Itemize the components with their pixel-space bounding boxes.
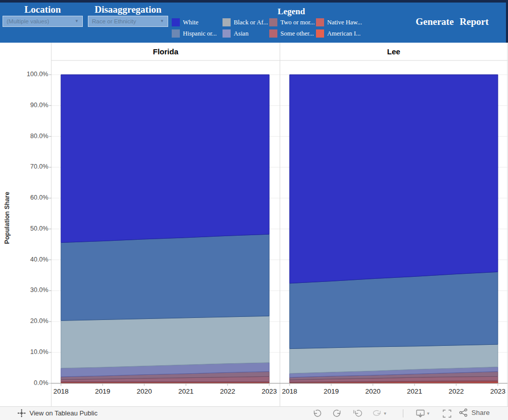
legend-item-american-i[interactable]: American I... (316, 28, 372, 39)
dashboard-page: Location (Multiple values) ▼ Disaaggrega… (0, 0, 508, 420)
share-label: Share (471, 409, 490, 416)
x-tick-label: 2019 (88, 387, 117, 395)
y-tick-label: 50.0% (15, 225, 48, 232)
legend-label: Some other... (280, 30, 314, 38)
legend-swatch-native-haw (316, 18, 324, 26)
legend-swatch-black-or-af (223, 18, 231, 26)
share-button[interactable]: Share (459, 408, 490, 417)
area-lee-hispanic-or[interactable] (290, 272, 498, 348)
disaggregation-dropdown-value: Race or Ethnicity (92, 18, 136, 24)
y-tick-label: 90.0% (15, 102, 48, 109)
x-tick-label: 2023 (484, 387, 508, 395)
toolbar-divider (403, 409, 403, 417)
legend-label: Black or Af... (234, 19, 268, 26)
y-tick-label: 10.0% (15, 348, 48, 356)
legend-item-black-or-af[interactable]: Black or Af... (223, 17, 269, 28)
undo-icon (312, 409, 322, 417)
chevron-down-icon: ▼ (75, 19, 79, 23)
window-top-edge (0, 0, 508, 3)
reset-icon (353, 409, 363, 417)
location-filter-title: Location (3, 4, 83, 15)
legend-swatch-hispanic-or (172, 29, 180, 38)
footer-toolbar: View on Tableau Public (0, 406, 508, 420)
stacked-area-charts (0, 43, 508, 406)
area-florida-hispanic-or[interactable] (61, 234, 269, 320)
legend-swatch-white (172, 18, 180, 26)
refresh-icon (372, 409, 383, 417)
x-tick-label: 2021 (400, 387, 429, 395)
reset-button[interactable] (352, 408, 364, 418)
disaggregation-dropdown[interactable]: Race or Ethnicity ▼ (88, 16, 168, 27)
display-mode-caret-icon: ▼ (426, 411, 430, 416)
legend-swatch-some-other (269, 29, 277, 38)
redo-button[interactable] (331, 408, 343, 418)
y-tick-label: 40.0% (15, 256, 48, 263)
legend-swatch-asian (223, 29, 231, 38)
legend-swatch-two-or-mor (269, 18, 277, 26)
x-tick-label: 2020 (359, 387, 387, 395)
redo-icon (332, 409, 342, 417)
legend-swatch-american-i (316, 29, 324, 38)
refresh-button[interactable]: ▼ (372, 408, 387, 418)
legend: WhiteBlack or Af...Two or mor...Native H… (172, 17, 372, 39)
x-tick-label: 2022 (213, 387, 242, 395)
view-on-tableau-public-link[interactable]: View on Tableau Public (17, 409, 98, 417)
x-tick-label: 2019 (317, 387, 345, 395)
fullscreen-button[interactable] (441, 408, 453, 418)
area-florida-white[interactable] (61, 75, 269, 243)
x-tick-label: 2018 (275, 387, 304, 395)
view-on-tableau-public-label: View on Tableau Public (29, 409, 98, 417)
legend-label: White (183, 19, 199, 26)
undo-button[interactable] (311, 408, 323, 418)
panel-title-lee: Lee (280, 47, 507, 56)
x-tick-label: 2021 (172, 387, 200, 395)
legend-item-hispanic-or[interactable]: Hispanic or... (172, 28, 223, 39)
chevron-down-icon: ▼ (160, 19, 164, 23)
y-tick-label: 60.0% (15, 194, 48, 201)
share-icon (459, 408, 468, 417)
area-lee-white[interactable] (290, 75, 498, 283)
disaggregation-filter-title: Disaaggregation (88, 4, 168, 15)
location-dropdown[interactable]: (Multiple values) ▼ (3, 16, 83, 27)
tableau-logo-icon (17, 409, 26, 417)
y-tick-label: 80.0% (15, 133, 48, 140)
fullscreen-icon (442, 409, 452, 418)
y-tick-label: 20.0% (15, 317, 48, 325)
monitor-download-icon (415, 409, 426, 418)
area-florida-black-or-af[interactable] (61, 316, 269, 368)
y-tick-label: 70.0% (15, 163, 48, 170)
legend-label: Hispanic or... (183, 30, 217, 38)
legend-item-native-haw[interactable]: Native Haw... (316, 17, 372, 28)
chart-region: Florida Lee Population Share 0.0%10.0%20… (0, 43, 508, 406)
legend-label: Native Haw... (327, 19, 362, 26)
display-mode-button[interactable]: ▼ (414, 408, 432, 418)
x-tick-label: 2020 (130, 387, 158, 395)
legend-item-some-other[interactable]: Some other... (269, 28, 316, 39)
legend-label: Asian (234, 30, 248, 38)
refresh-options-caret-icon: ▼ (383, 411, 387, 416)
y-axis-title: Population Share (4, 167, 11, 269)
legend-label: American I... (327, 30, 361, 38)
x-tick-label: 2022 (442, 387, 470, 395)
legend-item-two-or-mor[interactable]: Two or mor... (269, 17, 316, 28)
y-tick-label: 100.0% (15, 71, 48, 78)
legend-item-white[interactable]: White (172, 17, 223, 28)
panel-title-florida: Florida (51, 47, 280, 56)
location-dropdown-value: (Multiple values) (7, 18, 49, 24)
y-tick-label: 30.0% (15, 286, 48, 294)
y-tick-label: 0.0% (15, 379, 48, 386)
x-tick-label: 2018 (47, 387, 75, 395)
window-right-edge (506, 0, 508, 43)
generate-report-button[interactable]: Generate Report (401, 16, 503, 27)
legend-label: Two or mor... (280, 19, 315, 26)
legend-item-asian[interactable]: Asian (223, 28, 269, 39)
legend-title: Legend (257, 7, 326, 17)
dashboard-header: Location (Multiple values) ▼ Disaaggrega… (0, 0, 508, 43)
